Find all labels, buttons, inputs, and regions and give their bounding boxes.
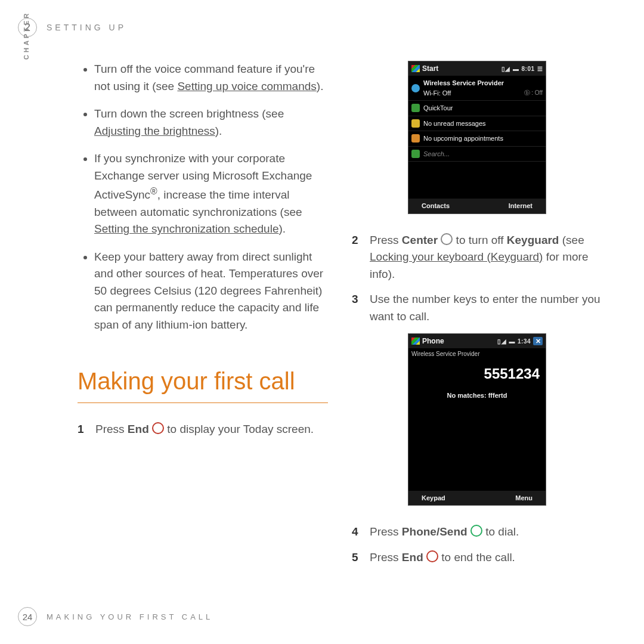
step-2: 2 Press Center to turn off Keyguard (see… xyxy=(352,232,602,283)
link-sync-schedule[interactable]: Setting the synchronization schedule xyxy=(94,222,278,235)
today-time: 8:01 xyxy=(521,64,534,73)
wifi-status: Wi-Fi: Off xyxy=(423,88,451,98)
end-button-icon xyxy=(426,550,438,562)
calendar-icon xyxy=(411,134,420,143)
link-keyguard[interactable]: Locking your keyboard (Keyguard) xyxy=(370,250,543,263)
windows-flag-icon xyxy=(411,338,420,345)
label-keyguard: Keyguard xyxy=(507,234,559,246)
label-phone-send: Phone/Send xyxy=(402,525,467,538)
end-button-icon xyxy=(152,422,164,434)
section-title: Making your first call xyxy=(78,363,328,403)
step-number: 3 xyxy=(352,291,364,325)
phone-send-button-icon xyxy=(470,525,482,537)
today-topbar: Start ▯◢ ▬ 8:01 ☰ xyxy=(408,61,546,76)
left-column: Turn off the voice command feature if yo… xyxy=(78,61,328,574)
phone-softkeys: Keypad Menu xyxy=(408,491,546,506)
page-number: 24 xyxy=(18,607,37,626)
bluetooth-icon: ⓑ xyxy=(524,89,530,96)
quicktour-icon xyxy=(411,104,420,112)
signal-icon: ▯◢ xyxy=(497,337,506,346)
today-title: Start xyxy=(422,63,438,74)
windows-flag-icon xyxy=(411,65,420,72)
step-number: 1 xyxy=(78,421,89,438)
search-placeholder: Search... xyxy=(423,149,450,159)
phone-provider: Wireless Service Provider xyxy=(408,348,546,360)
battery-icon: ▬ xyxy=(513,64,519,73)
step-1: 1 Press End to display your Today screen… xyxy=(78,421,328,438)
softkey-contacts: Contacts xyxy=(422,201,450,211)
tip-sync: If you synchronize with your corporate E… xyxy=(94,150,328,238)
phone-topbar: Phone ▯◢ ▬ 1:34 ✕ xyxy=(408,334,546,348)
today-softkeys: Contacts Internet xyxy=(408,199,546,213)
header-section: SETTING UP xyxy=(47,23,126,32)
step-number: 5 xyxy=(352,549,364,566)
menu-icon: ☰ xyxy=(537,64,543,73)
phone-time: 1:34 xyxy=(518,337,531,346)
page: 2 SETTING UP CHAPTER Turn off the voice … xyxy=(0,0,644,644)
search-icon xyxy=(411,150,420,158)
right-column: Start ▯◢ ▬ 8:01 ☰ Wireless Service Provi… xyxy=(352,61,602,574)
step-number: 2 xyxy=(352,232,364,283)
softkey-internet: Internet xyxy=(509,201,532,211)
today-screen: Start ▯◢ ▬ 8:01 ☰ Wireless Service Provi… xyxy=(408,61,546,214)
step-number: 4 xyxy=(352,524,364,541)
today-provider-row: Wireless Service Provider Wi-Fi: Off ⓑ :… xyxy=(408,76,546,101)
step-5: 5 Press End to end the call. xyxy=(352,549,602,566)
label-end: End xyxy=(128,423,149,435)
battery-tips-list: Turn off the voice command feature if yo… xyxy=(78,61,328,333)
softkey-menu: Menu xyxy=(515,493,532,503)
label-center: Center xyxy=(402,234,438,246)
phone-screen: Phone ▯◢ ▬ 1:34 ✕ Wireless Service Provi… xyxy=(408,333,546,506)
tip-brightness: Turn down the screen brightness (see Adj… xyxy=(94,106,328,140)
battery-icon: ▬ xyxy=(509,337,515,346)
tip-heat: Keep your battery away from direct sunli… xyxy=(94,249,328,334)
no-matches: No matches: fffertd xyxy=(408,388,546,403)
search-row: Search... xyxy=(408,147,546,162)
link-brightness[interactable]: Adjusting the brightness xyxy=(94,125,215,137)
label-end: End xyxy=(402,551,423,564)
tip-voice-command: Turn off the voice command feature if yo… xyxy=(94,61,328,95)
bt-status: : Off xyxy=(531,89,543,96)
page-header: 2 SETTING UP xyxy=(18,18,602,37)
page-footer: 24 MAKING YOUR FIRST CALL xyxy=(18,607,213,626)
footer-title: MAKING YOUR FIRST CALL xyxy=(47,612,213,621)
link-voice-commands[interactable]: Setting up voice commands xyxy=(177,80,316,92)
messages-row: No unread messages xyxy=(408,116,546,132)
softkey-keypad: Keypad xyxy=(422,493,445,503)
provider-icon xyxy=(411,84,420,92)
today-provider: Wireless Service Provider xyxy=(423,78,543,88)
content-columns: Turn off the voice command feature if yo… xyxy=(78,61,602,574)
step-4: 4 Press Phone/Send to dial. xyxy=(352,524,602,541)
appointments-row: No upcoming appointments xyxy=(408,131,546,147)
messages-icon xyxy=(411,119,420,128)
quicktour-row: QuickTour xyxy=(408,101,546,116)
chapter-sidebar-label: CHAPTER xyxy=(23,11,30,60)
center-button-icon xyxy=(441,233,453,245)
close-icon: ✕ xyxy=(533,337,543,345)
phone-number: 5551234 xyxy=(408,360,546,388)
phone-title: Phone xyxy=(422,336,444,346)
step-3: 3 Use the number keys to enter the numbe… xyxy=(352,291,602,325)
signal-icon: ▯◢ xyxy=(501,64,510,73)
